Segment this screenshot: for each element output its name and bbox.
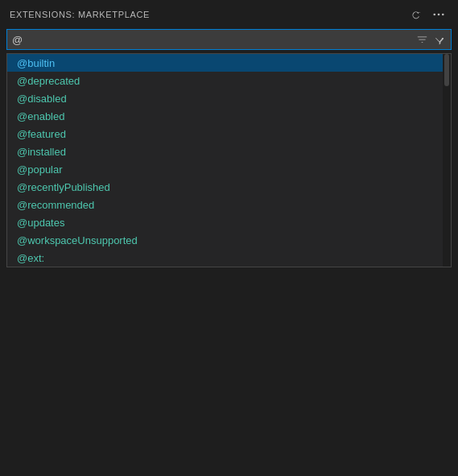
- sort-icon: [417, 35, 427, 45]
- sort-button[interactable]: [414, 31, 430, 48]
- scrollbar-thumb: [444, 54, 449, 86]
- svg-point-1: [438, 14, 440, 16]
- refresh-button[interactable]: [406, 5, 426, 24]
- dropdown-item-ext[interactable]: @ext:: [7, 249, 451, 267]
- svg-point-0: [433, 14, 435, 16]
- dropdown-container: @builtin@deprecated@disabled@enabled@fea…: [6, 53, 452, 267]
- panel-title: EXTENSIONS: MARKETPLACE: [10, 10, 150, 19]
- refresh-icon: [411, 9, 422, 20]
- dropdown-item-recommended[interactable]: @recommended: [7, 196, 451, 213]
- dropdown-item-builtin[interactable]: @builtin: [7, 54, 451, 72]
- scrollbar[interactable]: [443, 54, 451, 267]
- more-icon: [433, 9, 444, 20]
- dropdown-item-recentlyPublished[interactable]: @recentlyPublished: [7, 178, 451, 196]
- search-icons: [411, 31, 451, 48]
- search-input[interactable]: [27, 30, 411, 49]
- dropdown-item-disabled[interactable]: @disabled: [7, 89, 451, 107]
- dropdown-item-featured[interactable]: @featured: [7, 125, 451, 143]
- search-container: @: [6, 29, 452, 50]
- search-at-prefix: @: [7, 34, 27, 46]
- filter-icon: [435, 35, 445, 45]
- search-wrapper: @: [6, 29, 452, 50]
- dropdown-item-updates[interactable]: @updates: [7, 213, 451, 231]
- more-actions-button[interactable]: [429, 5, 448, 24]
- dropdown-item-installed[interactable]: @installed: [7, 143, 451, 160]
- dropdown-item-workspaceUnsupported[interactable]: @workspaceUnsupported: [7, 231, 451, 249]
- dropdown-item-deprecated[interactable]: @deprecated: [7, 72, 451, 89]
- svg-point-2: [442, 14, 444, 16]
- panel-header: EXTENSIONS: MARKETPLACE: [0, 0, 458, 29]
- dropdown-item-enabled[interactable]: @enabled: [7, 107, 451, 125]
- panel-actions: [406, 5, 448, 24]
- extensions-panel: EXTENSIONS: MARKETPLACE @: [0, 0, 458, 476]
- dropdown-item-popular[interactable]: @popular: [7, 160, 451, 178]
- filter-button[interactable]: [431, 31, 448, 48]
